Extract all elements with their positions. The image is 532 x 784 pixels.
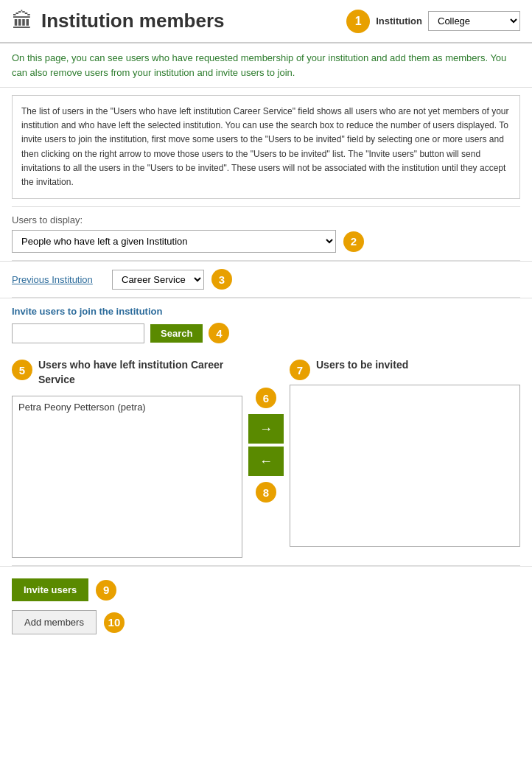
step-badge-9: 9 [96, 580, 116, 601]
description-box: The list of users in the "Users who have… [12, 95, 520, 199]
search-input[interactable] [12, 323, 144, 343]
users-display-section: Users to display: People who have left a… [0, 207, 532, 260]
users-right-listbox[interactable] [290, 385, 520, 547]
users-left-panel: 5 Users who have left institution Career… [12, 358, 242, 558]
users-display-label: Users to display: [12, 214, 520, 225]
add-members-button[interactable]: Add members [12, 610, 97, 634]
users-right-title: Users to be invited [316, 358, 408, 373]
description-text: The list of users in the "Users who have… [21, 106, 508, 187]
users-left-listbox[interactable]: Petra Peony Petterson (petra) [12, 396, 242, 558]
users-left-title: Users who have left institution Career S… [38, 358, 242, 387]
institution-select[interactable]: CollegeUniversityCareer Service [428, 11, 520, 31]
search-button[interactable]: Search [150, 324, 203, 343]
move-right-button[interactable]: → [248, 414, 284, 444]
bottom-section: Invite users 9 Add members 10 [0, 566, 532, 646]
step-badge-3: 3 [211, 269, 232, 290]
previous-institution-label: Previous Institution [12, 274, 100, 285]
invite-users-button[interactable]: Invite users [12, 578, 88, 601]
users-display-row: People who have left a given Institution… [12, 230, 520, 253]
info-bar-text: On this page, you can see users who have… [12, 52, 506, 78]
step-badge-8: 8 [256, 482, 276, 503]
step-badge-7: 7 [290, 360, 310, 380]
move-left-button[interactable]: ← [248, 447, 284, 476]
step-badge-6: 6 [256, 388, 276, 408]
institution-label: Institution [376, 15, 422, 27]
users-list-section: 5 Users who have left institution Career… [0, 351, 532, 565]
previous-institution-select[interactable]: Career ServiceCollegeUniversity [112, 270, 204, 290]
users-right-panel: 7 Users to be invited [290, 358, 520, 547]
step-badge-2: 2 [343, 231, 364, 252]
step-badge-1: 1 [346, 10, 370, 33]
invite-section-title: Invite users to join the institution [12, 306, 520, 317]
invite-btn-row: Invite users 9 [12, 578, 520, 601]
institution-selector-group: 1 Institution CollegeUniversityCareer Se… [346, 10, 520, 33]
step-badge-5: 5 [12, 360, 32, 380]
users-display-select[interactable]: People who have left a given Institution… [12, 230, 336, 253]
previous-institution-select-wrap: Career ServiceCollegeUniversity 3 [112, 269, 232, 290]
previous-institution-section: Previous Institution Career ServiceColle… [0, 261, 532, 297]
add-members-btn-row: Add members 10 [12, 610, 520, 634]
page-title: Institution members [41, 10, 337, 32]
arrow-buttons-col: 6 → ← 8 [248, 358, 284, 503]
step-badge-10: 10 [104, 612, 125, 633]
page-header: 🏛 Institution members 1 Institution Coll… [0, 0, 532, 43]
institution-icon: 🏛 [12, 9, 32, 33]
list-item[interactable]: Petra Peony Petterson (petra) [15, 399, 239, 415]
step-badge-4: 4 [209, 323, 229, 343]
search-row: Search 4 [12, 323, 520, 343]
info-bar: On this page, you can see users who have… [0, 43, 532, 88]
invite-search-section: Invite users to join the institution Sea… [0, 298, 532, 351]
